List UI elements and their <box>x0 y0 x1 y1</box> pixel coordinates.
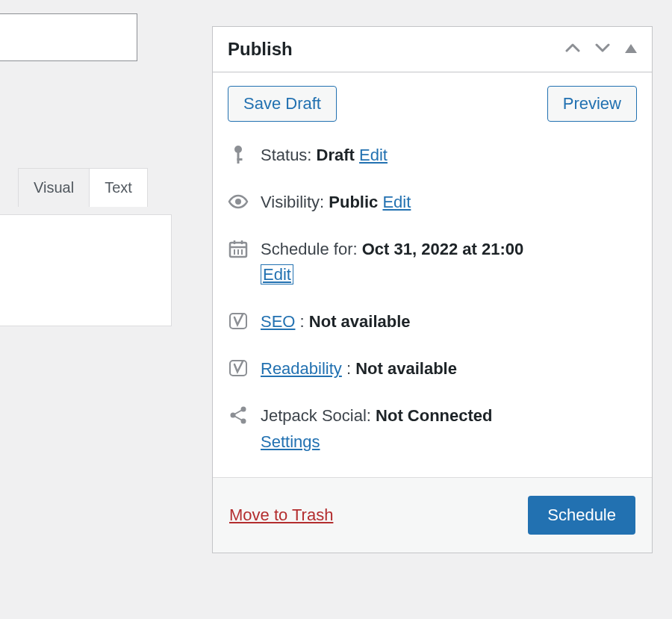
tab-text[interactable]: Text <box>90 169 147 207</box>
calendar-icon <box>228 238 249 259</box>
schedule-button[interactable]: Schedule <box>528 496 635 535</box>
readability-link[interactable]: Readability <box>261 359 342 378</box>
status-label: Status: <box>261 146 317 164</box>
schedule-row: Schedule for: Oct 31, 2022 at 21:00 Edit <box>228 238 637 287</box>
key-icon <box>228 144 249 165</box>
editor-tabs: Visual Text <box>18 168 148 207</box>
social-value: Not Connected <box>376 406 492 425</box>
social-settings-link[interactable]: Settings <box>261 432 320 451</box>
status-row: Status: Draft Edit <box>228 144 637 167</box>
svg-rect-1 <box>237 152 240 164</box>
metabox-title: Publish <box>228 39 293 60</box>
schedule-edit-link[interactable]: Edit <box>261 264 293 284</box>
visibility-label: Visibility: <box>261 193 329 211</box>
tab-visual[interactable]: Visual <box>19 169 90 207</box>
visibility-row: Visibility: Public Edit <box>228 191 637 214</box>
status-edit-link[interactable]: Edit <box>359 146 388 164</box>
readability-value: Not available <box>355 359 457 378</box>
social-row: Jetpack Social: Not Connected Settings <box>228 405 637 454</box>
social-label: Jetpack Social: <box>261 406 376 425</box>
seo-link[interactable]: SEO <box>261 312 295 331</box>
visibility-value: Public <box>329 193 378 211</box>
metabox-header: Publish <box>213 27 652 72</box>
readability-sep: : <box>346 359 355 378</box>
yoast-icon <box>228 358 249 379</box>
svg-line-17 <box>235 416 242 420</box>
readability-row: Readability : Not available <box>228 358 637 381</box>
metabox-footer: Move to Trash Schedule <box>213 477 652 553</box>
collapse-triangle-icon[interactable] <box>625 43 637 56</box>
preview-button[interactable]: Preview <box>547 86 637 122</box>
visibility-edit-link[interactable]: Edit <box>382 193 411 211</box>
chevron-up-icon[interactable] <box>565 43 580 56</box>
seo-row: SEO : Not available <box>228 311 637 334</box>
move-to-trash-link[interactable]: Move to Trash <box>229 506 333 525</box>
publish-metabox: Publish Save Draft Preview Status: <box>212 26 653 553</box>
editor-content[interactable] <box>0 214 172 326</box>
status-value: Draft <box>317 146 355 164</box>
svg-point-3 <box>235 199 241 205</box>
yoast-icon <box>228 311 249 332</box>
seo-sep: : <box>300 312 309 331</box>
schedule-value: Oct 31, 2022 at 21:00 <box>362 240 523 258</box>
eye-icon <box>228 191 249 212</box>
schedule-label: Schedule for: <box>261 240 362 258</box>
svg-rect-2 <box>237 158 243 161</box>
share-icon <box>228 405 249 426</box>
save-draft-button[interactable]: Save Draft <box>228 86 337 122</box>
chevron-down-icon[interactable] <box>595 43 610 56</box>
post-title-input[interactable] <box>0 13 137 61</box>
svg-rect-12 <box>230 361 246 376</box>
seo-value: Not available <box>309 312 411 331</box>
svg-rect-11 <box>230 314 246 329</box>
svg-line-16 <box>235 410 242 414</box>
